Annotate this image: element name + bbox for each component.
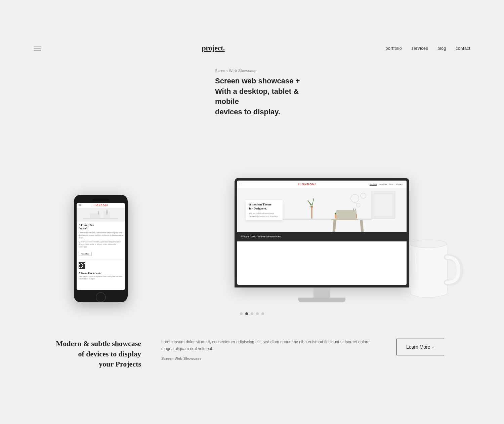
phone-home-button[interactable] bbox=[96, 292, 106, 302]
svg-rect-23 bbox=[331, 219, 358, 220]
phone-card-body2: Ut enim ad minim veniam, quis nostrud ex… bbox=[79, 241, 123, 248]
phone-card: A Frame Boxfor web. Lorem dolor sit amet… bbox=[77, 222, 125, 258]
mock-card-desc: We are London & we create minimalist des… bbox=[249, 212, 279, 218]
nav-services[interactable]: services bbox=[411, 46, 428, 51]
mock-bottom-bar: We are London and we create efficient bbox=[237, 232, 407, 241]
mock-nav-contact: contact bbox=[396, 183, 403, 185]
nav-contact[interactable]: contact bbox=[456, 46, 470, 51]
mock-nav-blog: blog bbox=[389, 183, 393, 185]
mock-nav: !LONDON! portfolio services blog contact bbox=[237, 181, 407, 188]
phone-read-more-button[interactable]: Read More bbox=[79, 252, 92, 256]
bottom-center: Lorem ipsum dolor sit amet, consectetuer… bbox=[161, 339, 376, 360]
phone-card-title: A Frame Boxfor web. bbox=[79, 224, 123, 231]
monitor-screen: !LONDON! portfolio services blog contact bbox=[237, 181, 407, 285]
phone-qr-code bbox=[79, 262, 85, 269]
mock-bottom-text: We are London and we create efficient bbox=[241, 235, 282, 238]
phone-nav: !LONDON! bbox=[77, 203, 125, 208]
site-header: project. portfolio services blog contact bbox=[20, 34, 484, 62]
mock-nav-links: portfolio services blog contact bbox=[370, 183, 403, 185]
mock-hamburger-icon bbox=[241, 183, 245, 185]
bottom-left: Modern & subtle showcaseof devices to di… bbox=[47, 339, 141, 370]
mock-hero-image: A modern Themefor Designers. We are Lond… bbox=[237, 188, 407, 232]
mug-mockup bbox=[403, 227, 464, 302]
phone-section-title: A Frame Box for web. bbox=[77, 270, 125, 275]
bottom-tag: Screen Web Showcase bbox=[161, 356, 376, 360]
pagination-dots bbox=[20, 302, 484, 325]
svg-rect-11 bbox=[374, 194, 392, 216]
nav-portfolio[interactable]: portfolio bbox=[385, 46, 402, 51]
learn-more-button[interactable]: Learn More + bbox=[396, 339, 444, 355]
mock-logo: !LONDON! bbox=[298, 183, 316, 186]
devices-area: !LONDON! bbox=[20, 141, 484, 302]
phone-logo: !LONDON! bbox=[94, 204, 108, 206]
phone-section-desc: Duis aute irure dolor in reprehenderit i… bbox=[77, 275, 125, 280]
hero-section: Screen Web Showcase Screen web showcase … bbox=[20, 62, 484, 141]
svg-rect-26 bbox=[336, 210, 356, 219]
phone-hamburger-icon bbox=[79, 204, 81, 206]
monitor-neck bbox=[313, 287, 330, 298]
mock-nav-services: services bbox=[379, 183, 387, 185]
dot-1[interactable] bbox=[240, 312, 243, 315]
phone-screen: !LONDON! bbox=[77, 203, 125, 290]
monitor-mockup: !LONDON! portfolio services blog contact bbox=[235, 178, 409, 302]
phone-hero-image bbox=[77, 208, 125, 222]
svg-point-4 bbox=[98, 211, 99, 215]
hamburger-icon[interactable] bbox=[34, 46, 41, 50]
mock-card-title: A modern Themefor Designers. bbox=[249, 203, 279, 210]
hero-subtitle: Screen Web Showcase bbox=[215, 69, 323, 73]
mock-nav-portfolio: portfolio bbox=[370, 183, 377, 185]
dot-3[interactable] bbox=[251, 312, 253, 315]
mock-content-card: A modern Themefor Designers. We are Lond… bbox=[246, 200, 283, 220]
desk-scene: A modern Themefor Designers. We are Lond… bbox=[237, 188, 407, 232]
bottom-title: Modern & subtle showcaseof devices to di… bbox=[47, 339, 141, 370]
phone-notch bbox=[92, 199, 109, 201]
svg-rect-1 bbox=[83, 218, 118, 219]
monitor-base bbox=[298, 298, 345, 302]
bottom-right: Learn More + bbox=[396, 339, 457, 355]
main-nav: portfolio services blog contact bbox=[385, 45, 470, 51]
bottom-section: Modern & subtle showcaseof devices to di… bbox=[20, 325, 484, 390]
phone-mockup: !LONDON! bbox=[74, 195, 128, 302]
nav-blog[interactable]: blog bbox=[437, 46, 446, 51]
hero-title: Screen web showcase +With a desktop, tab… bbox=[215, 76, 323, 117]
page-wrapper: project. portfolio services blog contact… bbox=[20, 34, 484, 390]
svg-rect-0 bbox=[77, 208, 125, 222]
phone-divider bbox=[79, 259, 123, 260]
phone-card-body1: Lorem dolor sit amet, consectetur adipis… bbox=[79, 232, 123, 239]
dot-5[interactable] bbox=[261, 312, 264, 315]
dot-2-active[interactable] bbox=[245, 312, 248, 315]
svg-point-5 bbox=[106, 209, 108, 215]
site-logo: project. bbox=[202, 44, 224, 52]
svg-rect-13 bbox=[311, 207, 312, 219]
bottom-description: Lorem ipsum dolor sit amet, consectetuer… bbox=[161, 339, 376, 352]
svg-point-27 bbox=[410, 240, 447, 248]
dot-4[interactable] bbox=[256, 312, 259, 315]
hero-content: Screen Web Showcase Screen web showcase … bbox=[215, 69, 323, 117]
phone-qr-area bbox=[77, 261, 125, 270]
